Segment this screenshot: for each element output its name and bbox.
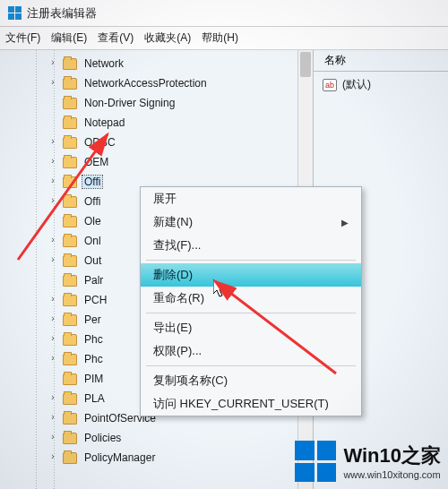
- tree-node-non-driver-signing[interactable]: Non-Driver Signing: [0, 93, 313, 113]
- expand-icon[interactable]: ›: [48, 196, 57, 205]
- menu-favorites[interactable]: 收藏夹(A): [144, 30, 191, 46]
- tree-node-oem[interactable]: ›OEM: [0, 152, 313, 172]
- expand-icon[interactable]: ›: [48, 393, 57, 402]
- expand-icon[interactable]: ›: [48, 176, 57, 185]
- expand-icon[interactable]: ›: [48, 295, 57, 304]
- string-value-icon: ab: [323, 79, 337, 91]
- expand-icon[interactable]: ›: [48, 78, 57, 87]
- ctx-delete[interactable]: 删除(D): [141, 263, 361, 287]
- context-menu: 展开 新建(N)▶ 查找(F)... 删除(D) 重命名(R) 导出(E) 权限…: [140, 186, 362, 416]
- folder-icon: [63, 334, 77, 346]
- tree-node-network[interactable]: ›Network: [0, 54, 313, 73]
- folder-icon: [63, 413, 77, 425]
- expand-icon[interactable]: ›: [48, 255, 57, 264]
- menu-separator: [146, 260, 356, 261]
- folder-icon: [63, 373, 77, 385]
- regedit-icon: [7, 6, 22, 21]
- watermark-brand: Win10之家: [343, 442, 441, 469]
- ctx-goto-hkcu[interactable]: 访问 HKEY_CURRENT_USER(T): [141, 392, 361, 416]
- folder-icon: [63, 314, 77, 326]
- folder-icon: [63, 295, 77, 306]
- value-label: (默认): [342, 77, 371, 92]
- tree-node-policymanager[interactable]: ›PolicyManager: [0, 448, 313, 468]
- expand-icon[interactable]: ›: [48, 334, 57, 343]
- window-title: 注册表编辑器: [27, 5, 97, 21]
- expand-icon[interactable]: ›: [48, 452, 57, 461]
- expand-icon[interactable]: ›: [48, 137, 57, 146]
- folder-icon: [63, 354, 77, 365]
- folder-icon: [63, 176, 77, 188]
- ctx-permissions[interactable]: 权限(P)...: [141, 339, 361, 363]
- folder-icon: [63, 58, 77, 70]
- ctx-copy-key-name[interactable]: 复制项名称(C): [141, 369, 361, 392]
- windows-logo-icon: [295, 441, 336, 482]
- watermark: Win10之家 www.win10xitong.com: [295, 441, 441, 482]
- menu-help[interactable]: 帮助(H): [202, 30, 238, 46]
- registry-editor-window: 注册表编辑器 文件(F) 编辑(E) 查看(V) 收藏夹(A) 帮助(H) ›N…: [0, 0, 448, 489]
- folder-icon: [63, 216, 77, 227]
- scrollbar-thumb[interactable]: [300, 52, 311, 77]
- expand-icon[interactable]: ›: [48, 157, 57, 166]
- ctx-export[interactable]: 导出(E): [141, 316, 361, 339]
- expand-icon[interactable]: ›: [48, 236, 57, 244]
- tree-node-networkaccessprotection[interactable]: ›NetworkAccessProtection: [0, 73, 313, 93]
- menu-separator: [146, 313, 356, 313]
- ctx-expand[interactable]: 展开: [141, 187, 361, 210]
- menu-separator: [146, 365, 356, 366]
- tree-node-policies[interactable]: ›Policies: [0, 428, 313, 448]
- folder-icon: [63, 393, 77, 405]
- menubar: 文件(F) 编辑(E) 查看(V) 收藏夹(A) 帮助(H): [0, 27, 448, 50]
- ctx-find[interactable]: 查找(F)...: [141, 234, 361, 257]
- expand-icon[interactable]: ›: [48, 314, 57, 323]
- column-header-name[interactable]: 名称: [314, 50, 448, 72]
- titlebar: 注册表编辑器: [0, 0, 448, 27]
- folder-icon: [63, 255, 77, 267]
- folder-icon: [63, 117, 77, 129]
- ctx-new[interactable]: 新建(N)▶: [141, 210, 361, 234]
- folder-icon: [63, 196, 77, 208]
- expand-icon[interactable]: ›: [48, 433, 57, 442]
- folder-icon: [63, 452, 77, 464]
- folder-icon: [63, 433, 77, 444]
- menu-view[interactable]: 查看(V): [98, 30, 134, 46]
- watermark-url: www.win10xitong.com: [343, 469, 440, 480]
- folder-icon: [63, 98, 77, 109]
- folder-icon: [63, 137, 77, 149]
- menu-edit[interactable]: 编辑(E): [51, 30, 87, 46]
- tree-node-notepad[interactable]: Notepad: [0, 113, 313, 133]
- expand-icon[interactable]: ›: [48, 354, 57, 363]
- tree-node-odbc[interactable]: ›ODBC: [0, 133, 313, 152]
- expand-icon[interactable]: ›: [48, 58, 57, 67]
- folder-icon: [63, 236, 77, 247]
- folder-icon: [63, 78, 77, 90]
- value-default[interactable]: ab (默认): [314, 72, 448, 98]
- menu-file[interactable]: 文件(F): [5, 30, 40, 46]
- ctx-rename[interactable]: 重命名(R): [141, 287, 361, 310]
- submenu-arrow-icon: ▶: [341, 218, 349, 227]
- folder-icon: [63, 157, 77, 168]
- folder-icon: [63, 275, 77, 287]
- expand-icon[interactable]: ›: [48, 413, 57, 422]
